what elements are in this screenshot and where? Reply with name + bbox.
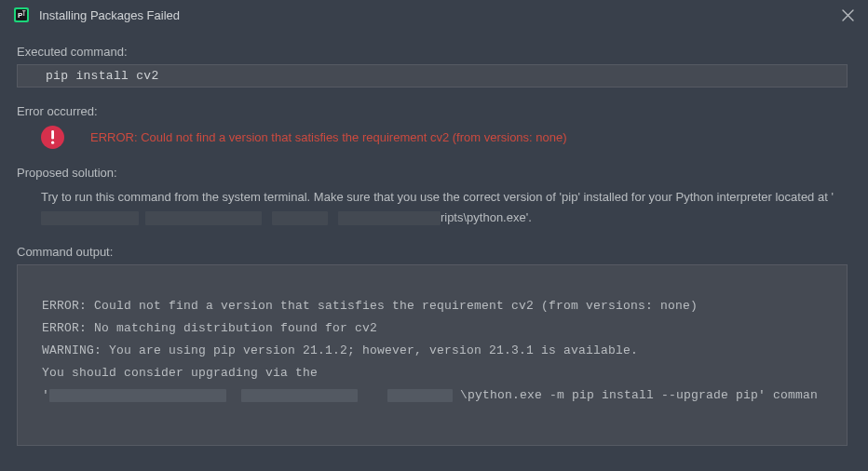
svg-point-4: [51, 141, 54, 144]
output-line-suffix: \python.exe -m pip install --upgrade pip…: [460, 388, 818, 402]
solution-text: Try to run this command from the system …: [17, 187, 848, 228]
executed-command-text: pip install cv2: [46, 69, 159, 83]
output-line: ERROR: Could not find a version that sat…: [18, 295, 847, 317]
close-button[interactable]: [836, 4, 859, 26]
redacted-path: [338, 211, 441, 225]
executed-command-box: pip install cv2: [17, 64, 848, 87]
solution-prefix: Try to run this command from the system …: [41, 190, 834, 204]
error-message: ERROR: Could not find a version that sat…: [90, 130, 567, 144]
redacted-path: [387, 389, 453, 402]
svg-rect-3: [51, 130, 54, 140]
dialog-content: Executed command: pip install cv2 Error …: [0, 30, 868, 446]
redacted-path: [49, 389, 226, 402]
output-line: You should consider upgrading via the: [18, 362, 847, 384]
output-line: WARNING: You are using pip version 21.1.…: [18, 340, 847, 362]
redacted-path: [241, 389, 358, 402]
redacted-path: [272, 211, 328, 225]
error-icon: [41, 126, 64, 149]
titlebar: P Installing Packages Failed: [0, 0, 868, 30]
command-output-label: Command output:: [17, 245, 848, 259]
error-occurred-label: Error occurred:: [17, 104, 848, 118]
solution-suffix: ripts\python.exe'.: [441, 210, 532, 224]
executed-command-label: Executed command:: [17, 45, 848, 59]
proposed-solution-label: Proposed solution:: [17, 166, 848, 180]
redacted-path: [41, 211, 139, 225]
dialog-title: Installing Packages Failed: [39, 8, 836, 22]
redacted-path: [145, 211, 262, 225]
command-output-box: ERROR: Could not find a version that sat…: [17, 264, 848, 446]
output-line: ERROR: No matching distribution found fo…: [18, 317, 847, 340]
error-line: ERROR: Could not find a version that sat…: [17, 126, 848, 149]
app-icon: P: [13, 7, 30, 23]
output-line: ' \python.exe -m pip install --upgrade p…: [18, 384, 847, 407]
svg-text:P: P: [18, 11, 23, 20]
